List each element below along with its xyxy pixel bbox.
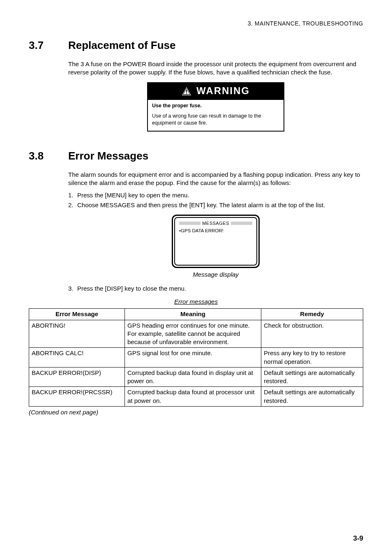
table-cell: Corrupted backup data found at processor… [125,387,261,407]
table-cell: Default settings are automatically resto… [261,367,363,387]
table-cell: GPS heading error continues for one minu… [125,320,261,348]
section-3-7-paragraph: The 3 A fuse on the POWER Board inside t… [68,60,363,77]
table-header-cell: Error Message [29,309,125,320]
warning-body-text: Use of a wrong fuse can result in damage… [152,113,279,127]
table-row: BACKUP ERROR!(DISP) Corrupted backup dat… [29,367,363,387]
table-cell: ABORTING CALC! [29,348,125,368]
device-figure: MESSAGES •GPS DATA ERROR! [172,215,260,268]
section-heading-3-7: 3.7 Replacement of Fuse [29,38,363,53]
running-header: 3. MAINTENANCE, TROUBLESHOOTING [29,20,363,28]
table-cell: ABORTING! [29,320,125,348]
step-number: 1. [68,191,77,199]
warning-bold-text: Use the proper fuse. [152,102,279,109]
table-cell: GPS signal lost for one minute. [125,348,261,368]
warning-header: WARNING [148,83,284,99]
warning-box: WARNING Use the proper fuse. Use of a wr… [147,82,284,131]
section-number-3-8: 3.8 [29,149,68,163]
svg-rect-3 [186,90,187,92]
continued-note: (Continued on next page) [29,408,363,416]
warning-header-text: WARNING [196,84,250,97]
table-caption: Error messages [29,298,363,306]
step-1: 1. Press the [MENU] key to open the menu… [68,191,363,199]
device-caption: Message display [68,271,363,279]
table-row: ABORTING! GPS heading error continues fo… [29,320,363,348]
device-title: MESSAGES [202,220,229,227]
table-header-cell: Meaning [125,309,261,320]
warning-triangle-icon [182,87,191,96]
title-bar-left-icon [179,222,201,225]
step-text: Press the [MENU] key to open the menu. [77,191,363,199]
svg-rect-4 [186,93,187,94]
section-number-3-7: 3.7 [29,38,68,53]
table-row: BACKUP ERROR!(PRCSSR) Corrupted backup d… [29,387,363,407]
section-title-3-7: Replacement of Fuse [68,38,176,53]
step-2: 2. Choose MESSAGES and then press the [E… [68,201,363,209]
step-3: 3. Press the [DISP] key to close the men… [68,284,363,293]
step-number: 3. [68,284,77,293]
table-cell: Check for obstruction. [261,320,363,348]
device-message-line: •GPS DATA ERROR! [179,228,252,234]
error-messages-table: Error Message Meaning Remedy ABORTING! G… [29,308,363,407]
title-bar-right-icon [231,222,252,225]
step-text: Choose MESSAGES and then press the [ENT]… [77,201,363,209]
section-title-3-8: Error Messages [68,149,148,163]
page-number: 3-9 [353,534,363,543]
table-cell: BACKUP ERROR!(PRCSSR) [29,387,125,407]
table-cell: Default settings are automatically resto… [261,387,363,407]
table-header-cell: Remedy [261,309,363,320]
warning-body: Use the proper fuse. Use of a wrong fuse… [148,100,284,131]
section-3-8-paragraph: The alarm sounds for equipment error and… [68,171,363,187]
step-number: 2. [68,201,77,209]
table-cell: BACKUP ERROR!(DISP) [29,367,125,387]
table-cell: Corrupted backup data found in display u… [125,367,261,387]
table-header-row: Error Message Meaning Remedy [29,309,363,320]
table-cell: Press any key to try to restore normal o… [261,348,363,368]
section-heading-3-8: 3.8 Error Messages [29,149,363,163]
table-row: ABORTING CALC! GPS signal lost for one m… [29,348,363,368]
step-text: Press the [DISP] key to close the menu. [77,284,363,293]
